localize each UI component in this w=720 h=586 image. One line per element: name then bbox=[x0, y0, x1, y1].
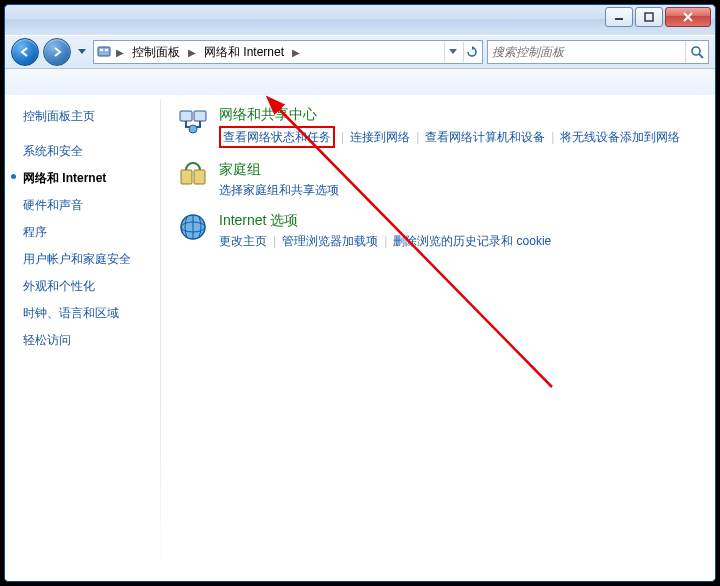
search-box[interactable] bbox=[487, 40, 709, 64]
svg-point-9 bbox=[189, 125, 197, 133]
sidebar-item[interactable]: 硬件和声音 bbox=[5, 192, 160, 219]
breadcrumb-item[interactable]: 控制面板 bbox=[128, 44, 184, 61]
highlighted-link: 查看网络状态和任务 bbox=[219, 126, 335, 148]
category-icon bbox=[177, 211, 209, 243]
address-dropdown[interactable] bbox=[444, 42, 461, 62]
category-icon bbox=[177, 160, 209, 192]
chevron-right-icon: ▶ bbox=[290, 47, 302, 58]
sidebar-item[interactable]: 时钟、语言和区域 bbox=[5, 300, 160, 327]
link-separator: | bbox=[551, 130, 554, 144]
minimize-button[interactable] bbox=[605, 7, 633, 27]
sidebar-item[interactable]: 外观和个性化 bbox=[5, 273, 160, 300]
sidebar-item[interactable]: 程序 bbox=[5, 219, 160, 246]
close-button[interactable] bbox=[665, 7, 711, 27]
category-title[interactable]: 家庭组 bbox=[219, 160, 261, 178]
category-link[interactable]: 选择家庭组和共享选项 bbox=[219, 183, 339, 197]
search-icon[interactable] bbox=[685, 41, 708, 63]
link-separator: | bbox=[416, 130, 419, 144]
refresh-button[interactable] bbox=[463, 42, 480, 62]
svg-rect-11 bbox=[194, 170, 205, 184]
category-link[interactable]: 更改主页 bbox=[219, 234, 267, 248]
recent-pages-dropdown[interactable] bbox=[75, 42, 89, 62]
svg-rect-1 bbox=[645, 13, 653, 21]
svg-rect-8 bbox=[194, 111, 206, 121]
category-title[interactable]: Internet 选项 bbox=[219, 211, 298, 229]
sidebar: 控制面板主页系统和安全网络和 Internet硬件和声音程序用户帐户和家庭安全外… bbox=[5, 95, 160, 581]
sidebar-item[interactable]: 系统和安全 bbox=[5, 138, 160, 165]
category-link[interactable]: 管理浏览器加载项 bbox=[282, 234, 378, 248]
category-icon bbox=[177, 105, 209, 137]
svg-rect-10 bbox=[181, 170, 192, 184]
search-input[interactable] bbox=[488, 45, 685, 59]
address-bar[interactable]: ▶ 控制面板 ▶ 网络和 Internet ▶ bbox=[93, 40, 483, 64]
content-area: 网络和共享中心查看网络状态和任务|连接到网络|查看网络计算机和设备|将无线设备添… bbox=[161, 95, 715, 581]
category-link[interactable]: 查看网络计算机和设备 bbox=[425, 130, 545, 144]
category-link[interactable]: 删除浏览的历史记录和 cookie bbox=[393, 234, 551, 248]
svg-rect-4 bbox=[105, 49, 108, 51]
forward-button[interactable] bbox=[43, 38, 71, 66]
breadcrumb-item[interactable]: 网络和 Internet bbox=[200, 44, 288, 61]
maximize-button[interactable] bbox=[635, 7, 663, 27]
category-title[interactable]: 网络和共享中心 bbox=[219, 105, 317, 123]
svg-rect-7 bbox=[180, 111, 192, 121]
link-separator: | bbox=[273, 234, 276, 248]
link-separator: | bbox=[384, 234, 387, 248]
chevron-right-icon: ▶ bbox=[186, 47, 198, 58]
category-link[interactable]: 查看网络状态和任务 bbox=[223, 130, 331, 144]
sidebar-item[interactable]: 网络和 Internet bbox=[5, 165, 160, 192]
window-titlebar bbox=[5, 5, 715, 35]
sidebar-item[interactable]: 用户帐户和家庭安全 bbox=[5, 246, 160, 273]
category-link[interactable]: 将无线设备添加到网络 bbox=[560, 130, 680, 144]
navigation-bar: ▶ 控制面板 ▶ 网络和 Internet ▶ bbox=[5, 35, 715, 69]
link-separator: | bbox=[341, 130, 344, 144]
category-link[interactable]: 连接到网络 bbox=[350, 130, 410, 144]
svg-rect-3 bbox=[100, 49, 103, 51]
control-panel-icon bbox=[96, 44, 112, 60]
sidebar-item[interactable]: 控制面板主页 bbox=[5, 103, 160, 130]
svg-point-5 bbox=[692, 47, 700, 55]
back-button[interactable] bbox=[11, 38, 39, 66]
chevron-right-icon: ▶ bbox=[114, 47, 126, 58]
svg-rect-2 bbox=[98, 47, 110, 56]
toolbar-strip bbox=[5, 69, 715, 96]
svg-line-6 bbox=[699, 54, 703, 58]
sidebar-item[interactable]: 轻松访问 bbox=[5, 327, 160, 354]
